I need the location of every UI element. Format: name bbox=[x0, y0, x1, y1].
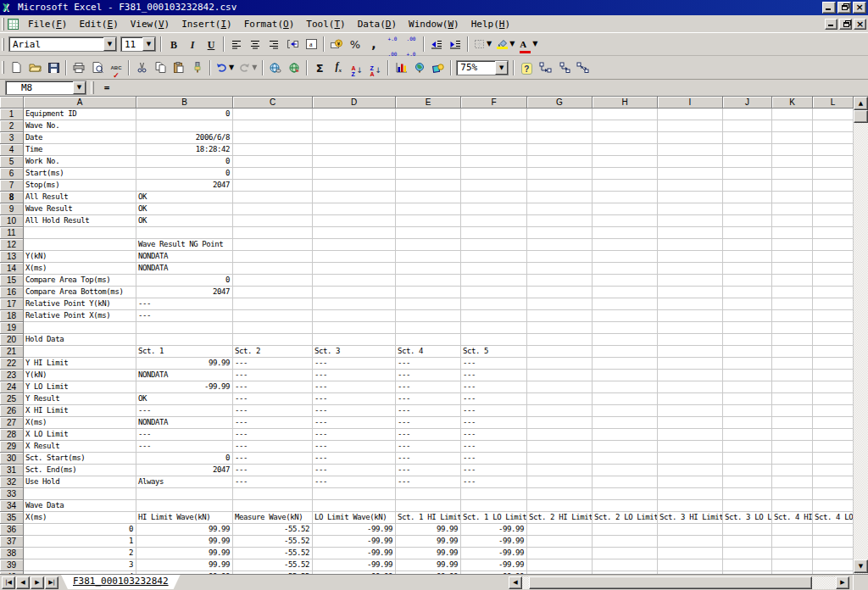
cell-A7[interactable]: Stop(ms) bbox=[24, 180, 136, 192]
cell-B29[interactable]: --- bbox=[136, 441, 233, 453]
cell-J14[interactable] bbox=[723, 263, 772, 275]
cell-K16[interactable] bbox=[772, 287, 813, 298]
cell-K7[interactable] bbox=[772, 180, 813, 192]
cell-H27[interactable] bbox=[593, 417, 658, 429]
cell-G8[interactable] bbox=[527, 192, 593, 203]
cell-B17[interactable]: --- bbox=[136, 298, 233, 310]
cell-A38[interactable]: 2 bbox=[24, 548, 136, 559]
cell-E17[interactable] bbox=[396, 298, 461, 310]
cell-H34[interactable] bbox=[593, 500, 658, 512]
cell-K23[interactable] bbox=[772, 370, 813, 381]
cell-E3[interactable] bbox=[396, 132, 461, 144]
cell-J9[interactable] bbox=[723, 203, 772, 215]
cell-J15[interactable] bbox=[723, 275, 772, 287]
redo-button[interactable]: ▼ bbox=[237, 59, 259, 76]
cell-L6[interactable] bbox=[813, 168, 854, 180]
cell-J29[interactable] bbox=[723, 441, 772, 453]
row-header-17[interactable]: 17 bbox=[0, 298, 24, 310]
cell-L27[interactable] bbox=[813, 417, 854, 429]
cell-D14[interactable] bbox=[313, 263, 396, 275]
cell-C28[interactable]: --- bbox=[233, 429, 313, 441]
italic-button[interactable]: I bbox=[184, 36, 201, 53]
scroll-left-button[interactable]: ◀ bbox=[509, 576, 522, 589]
cell-D34[interactable] bbox=[313, 500, 396, 512]
cell-G27[interactable] bbox=[527, 417, 593, 429]
cell-I14[interactable] bbox=[658, 263, 723, 275]
cell-J7[interactable] bbox=[723, 180, 772, 192]
cell-B2[interactable] bbox=[136, 120, 233, 132]
cell-A29[interactable]: X Result bbox=[24, 441, 136, 453]
cell-E13[interactable] bbox=[396, 251, 461, 263]
cell-K3[interactable] bbox=[772, 132, 813, 144]
chevron-down-icon[interactable]: ▼ bbox=[532, 41, 537, 47]
cell-I16[interactable] bbox=[658, 287, 723, 298]
cell-G37[interactable] bbox=[527, 536, 593, 548]
row-header-21[interactable]: 21 bbox=[0, 346, 24, 358]
save-button[interactable] bbox=[45, 59, 62, 76]
cell-I22[interactable] bbox=[658, 358, 723, 370]
cell-C29[interactable]: --- bbox=[233, 441, 313, 453]
cell-K9[interactable] bbox=[772, 203, 813, 215]
cell-K11[interactable] bbox=[772, 227, 813, 239]
cell-A5[interactable]: Work No. bbox=[24, 156, 136, 168]
cell-H11[interactable] bbox=[593, 227, 658, 239]
cell-F20[interactable] bbox=[461, 334, 527, 346]
scroll-right-button[interactable]: ▶ bbox=[836, 576, 849, 589]
cell-D24[interactable]: --- bbox=[313, 381, 396, 393]
cell-A9[interactable]: Wave Result bbox=[24, 203, 136, 215]
cell-H25[interactable] bbox=[593, 393, 658, 405]
cell-J25[interactable] bbox=[723, 393, 772, 405]
cell-L31[interactable] bbox=[813, 465, 854, 476]
cell-C39[interactable]: -55.52 bbox=[233, 559, 313, 571]
vertical-scrollbar[interactable]: ▲ ▼ bbox=[854, 97, 868, 574]
cell-J10[interactable] bbox=[723, 215, 772, 227]
cell-J18[interactable] bbox=[723, 310, 772, 322]
cell-D28[interactable]: --- bbox=[313, 429, 396, 441]
cell-K24[interactable] bbox=[772, 381, 813, 393]
cell-B6[interactable]: 0 bbox=[136, 168, 233, 180]
cell-G3[interactable] bbox=[527, 132, 593, 144]
cell-H29[interactable] bbox=[593, 441, 658, 453]
cell-H21[interactable] bbox=[593, 346, 658, 358]
cell-E12[interactable] bbox=[396, 239, 461, 251]
cell-B14[interactable]: NONDATA bbox=[136, 263, 233, 275]
cell-F28[interactable]: --- bbox=[461, 429, 527, 441]
chevron-down-icon[interactable]: ▼ bbox=[142, 37, 155, 51]
cell-L26[interactable] bbox=[813, 405, 854, 417]
cell-B4[interactable]: 18:28:42 bbox=[136, 144, 233, 156]
cell-F31[interactable]: --- bbox=[461, 465, 527, 476]
cell-I21[interactable] bbox=[658, 346, 723, 358]
row-header-4[interactable]: 4 bbox=[0, 144, 24, 156]
cell-D10[interactable] bbox=[313, 215, 396, 227]
cell-K8[interactable] bbox=[772, 192, 813, 203]
edit-formula-button[interactable]: = bbox=[98, 81, 115, 95]
cell-G28[interactable] bbox=[527, 429, 593, 441]
cell-I27[interactable] bbox=[658, 417, 723, 429]
cell-F13[interactable] bbox=[461, 251, 527, 263]
cell-I25[interactable] bbox=[658, 393, 723, 405]
cell-F32[interactable]: --- bbox=[461, 476, 527, 488]
cell-F23[interactable]: --- bbox=[461, 370, 527, 381]
bold-button[interactable]: B bbox=[165, 36, 182, 53]
cell-G5[interactable] bbox=[527, 156, 593, 168]
cell-G2[interactable] bbox=[527, 120, 593, 132]
cell-F25[interactable]: --- bbox=[461, 393, 527, 405]
cell-A14[interactable]: X(ms) bbox=[24, 263, 136, 275]
cell-H12[interactable] bbox=[593, 239, 658, 251]
cell-C15[interactable] bbox=[233, 275, 313, 287]
cell-E4[interactable] bbox=[396, 144, 461, 156]
workbook-icon[interactable] bbox=[8, 19, 19, 30]
toolbar-grip[interactable] bbox=[2, 38, 4, 51]
row-header-9[interactable]: 9 bbox=[0, 203, 24, 215]
cell-G4[interactable] bbox=[527, 144, 593, 156]
cell-K33[interactable] bbox=[772, 488, 813, 500]
cell-H38[interactable] bbox=[593, 548, 658, 559]
cell-F3[interactable] bbox=[461, 132, 527, 144]
cell-J17[interactable] bbox=[723, 298, 772, 310]
row-header-5[interactable]: 5 bbox=[0, 156, 24, 168]
cell-B25[interactable]: OK bbox=[136, 393, 233, 405]
cell-K10[interactable] bbox=[772, 215, 813, 227]
cell-D22[interactable]: --- bbox=[313, 358, 396, 370]
cell-H33[interactable] bbox=[593, 488, 658, 500]
cell-I34[interactable] bbox=[658, 500, 723, 512]
